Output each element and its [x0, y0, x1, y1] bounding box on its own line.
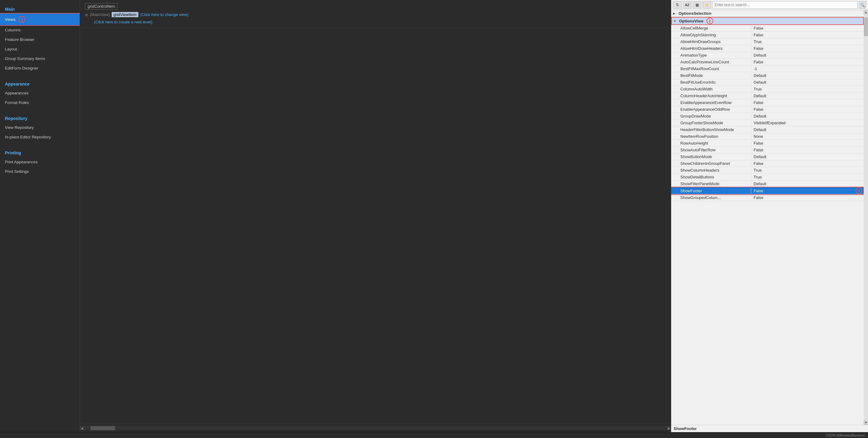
prop-group-draw-mode[interactable]: GroupDrawMode Default [671, 113, 864, 120]
sidebar-item-print-settings[interactable]: Print Settings [0, 167, 80, 176]
prop-name: ShowChildrenInGroupPanel [671, 161, 751, 166]
prop-enable-appearance-even[interactable]: EnableAppearanceEvenRow False [671, 99, 864, 106]
az-button[interactable]: AZ [683, 1, 691, 9]
prop-header-filter-btn[interactable]: HeaderFilterButtonShowMode Default [671, 126, 864, 133]
prop-value: Default [751, 52, 864, 58]
prop-value: Default [751, 127, 864, 132]
right-toolbar: ⇅ AZ ▦ ⚡ 🔍 [671, 0, 868, 10]
collapse-handle[interactable]: ◀ [80, 426, 84, 430]
prop-allow-html-draw-groups[interactable]: AllowHtmlDrawGroups True [671, 38, 864, 45]
sidebar-item-columns-label: Columns [5, 28, 21, 32]
prop-value: Default [751, 113, 864, 119]
sidebar-item-format-rules-label: Format Rules [5, 100, 29, 105]
printing-section-header: Printing [0, 147, 80, 157]
prop-name: ShowColumnHeaders [671, 167, 751, 173]
sidebar-item-inplace-editor[interactable]: In-place Editor Repository [0, 132, 80, 142]
prop-show-grouped-colum[interactable]: ShowGroupedColum... False [671, 194, 864, 201]
prop-allow-cell-merge[interactable]: AllowCellMerge False [671, 25, 864, 32]
search-button[interactable]: 🔍 [859, 1, 866, 9]
breadcrumb-change-view[interactable]: (Click here to change view) [140, 12, 189, 17]
scrollbar-track[interactable] [864, 14, 868, 420]
search-input[interactable] [712, 1, 858, 9]
sidebar-item-editform[interactable]: EditForm Designer [0, 63, 80, 73]
prop-allow-html-draw-headers[interactable]: AllowHtmlDrawHeaders False [671, 45, 864, 52]
sidebar-item-group-summary[interactable]: Group Summary Items [0, 54, 80, 63]
prop-row-auto-height[interactable]: RowAutoHeight False [671, 140, 864, 147]
prop-name: AnimationType [671, 52, 751, 58]
sidebar-item-views[interactable]: Views 1 [0, 13, 80, 25]
prop-new-item-row[interactable]: NewItemRowPosition None [671, 133, 864, 140]
main-section-header: Main [0, 3, 80, 13]
sort-button[interactable]: ⇅ [673, 1, 682, 9]
props-footer: ShowFooter [671, 425, 868, 432]
sidebar-item-appearances[interactable]: Appearances [0, 88, 80, 98]
sidebar-item-feature-browser-label: Feature Browser [5, 37, 34, 42]
sidebar-item-feature-browser[interactable]: Feature Browser [0, 35, 80, 44]
prop-name: GroupDrawMode [671, 113, 751, 119]
middle-content-area [80, 28, 671, 424]
prop-value: VisibleIfExpanded [751, 120, 864, 126]
prop-name: RowAutoHeight [671, 140, 751, 146]
prop-column-auto-width[interactable]: ColumnAutoWidth True [671, 86, 864, 93]
middle-top: gridControlItem ▦ (MainView) gridViewIte… [80, 0, 671, 28]
right-scrollbar[interactable]: ▲ ▼ [864, 10, 868, 425]
prop-bestfit-max-row[interactable]: BestFitMaxRowCount -1 [671, 65, 864, 72]
prop-value: Default [751, 72, 864, 79]
prop-value: False [751, 32, 864, 38]
prop-name: AllowHtmlDrawHeaders [671, 45, 751, 51]
grid-view-button[interactable]: ▦ [693, 1, 701, 9]
prop-value: False [751, 188, 856, 194]
prop-value: Default [751, 154, 864, 160]
prop-show-auto-filter[interactable]: ShowAutoFilterRow False [671, 147, 864, 154]
sidebar-item-columns[interactable]: Columns [0, 25, 80, 35]
prop-animation-type[interactable]: AnimationType Default [671, 52, 864, 59]
props-scroll-wrapper: ▶ OptionsSelection ▼ OptionsView 2 Allow… [671, 10, 868, 425]
prop-name: GroupFooterShowMode [671, 120, 751, 126]
prop-name: BestFitMode [671, 72, 751, 79]
prop-show-filter-panel[interactable]: ShowFilterPanelMode Default [671, 181, 864, 187]
horizontal-scrollbar[interactable] [84, 426, 667, 430]
prop-show-children-group[interactable]: ShowChildrenInGroupPanel False [671, 160, 864, 167]
sidebar-item-inplace-editor-label: In-place Editor Repository [5, 135, 51, 139]
prop-name: AllowHtmlDrawGroups [671, 39, 751, 44]
repository-section-header: Repository [0, 112, 80, 123]
prop-value: None [751, 133, 864, 139]
middle-panel: gridControlItem ▦ (MainView) gridViewIte… [80, 0, 671, 432]
sidebar-item-print-appearances[interactable]: Print Appearances [0, 157, 80, 167]
scroll-up-arrow[interactable]: ▲ [864, 10, 868, 14]
expand-handle[interactable]: ▶ [667, 426, 671, 430]
sidebar-item-view-repository-label: View Repository [5, 125, 34, 130]
prop-show-button-mode[interactable]: ShowButtonMode Default [671, 154, 864, 160]
prop-value: False [751, 161, 864, 166]
sidebar-item-views-label: Views [5, 17, 16, 22]
lightning-button[interactable]: ⚡ [703, 1, 711, 9]
prop-bestfit-use-error[interactable]: BestFitUseErrorInfo Default [671, 79, 864, 86]
new-level-link[interactable]: (Click here to create a new level) [85, 20, 666, 24]
scroll-down-arrow[interactable]: ▼ [864, 420, 868, 425]
sidebar-item-format-rules[interactable]: Format Rules [0, 98, 80, 107]
annotation-1: 1 [19, 16, 25, 23]
sidebar-item-editform-label: EditForm Designer [5, 66, 38, 70]
prop-enable-appearance-odd[interactable]: EnableAppearanceOddRow False [671, 106, 864, 113]
prop-group-footer-show[interactable]: GroupFooterShowMode VisibleIfExpanded [671, 120, 864, 126]
prop-name: ShowFooter [671, 188, 751, 194]
prop-value: False [751, 147, 864, 153]
prop-show-detail-buttons[interactable]: ShowDetailButtons True [671, 174, 864, 181]
group-options-view[interactable]: ▼ OptionsView 2 [671, 17, 864, 25]
prop-value: True [751, 39, 864, 44]
sidebar-item-view-repository[interactable]: View Repository [0, 123, 80, 132]
prop-allow-glyph-skinning[interactable]: AllowGlyphSkinning False [671, 32, 864, 38]
prop-show-footer[interactable]: ShowFooter False 3 [671, 187, 864, 194]
prop-bestfit-mode[interactable]: BestFitMode Default [671, 72, 864, 79]
prop-name: EnableAppearanceOddRow [671, 106, 751, 112]
prop-value: True [751, 86, 864, 92]
prop-column-header-auto-height[interactable]: ColumnHeaderAutoHeight Default [671, 93, 864, 99]
prop-name: ShowFilterPanelMode [671, 181, 751, 187]
prop-autocalc-preview[interactable]: AutoCalcPreviewLineCount False [671, 59, 864, 65]
prop-show-column-headers[interactable]: ShowColumnHeaders True [671, 167, 864, 174]
group-options-selection[interactable]: ▶ OptionsSelection [671, 10, 864, 17]
sidebar-item-layout[interactable]: Layout [0, 44, 80, 54]
middle-bottom: ◀ ▶ [80, 424, 671, 432]
prop-name: ShowDetailButtons [671, 174, 751, 180]
prop-name: BestFitMaxRowCount [671, 66, 751, 72]
